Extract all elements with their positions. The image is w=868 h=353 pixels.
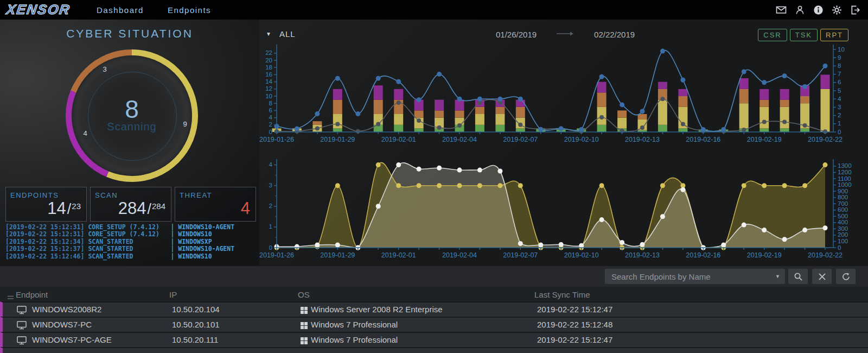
col-last-sync[interactable]: Last Sync Time [534,290,590,299]
endpoint-table-rows: WINDOWS2008R210.50.20.104Windows Server … [0,301,868,353]
nav-items: DashboardEndpoints [97,0,211,20]
gauge-segment-label: 3 [103,65,106,73]
chevron-down-icon[interactable]: ▼ [775,274,780,279]
svg-text:18: 18 [265,64,272,71]
svg-text:4: 4 [269,114,273,121]
cell-os: Windows 7 Professional [311,335,398,344]
svg-text:7: 7 [838,71,841,77]
svg-text:1200: 1200 [838,169,852,175]
stat-box-threat: THREAT4 [175,187,256,222]
cell-os: Windows 7 Professional [311,320,398,329]
stat-value: 14/23 [47,199,81,218]
stat-boxes: ENDPOINTS14/23SCAN284/284THREAT4 [5,187,256,222]
svg-text:2019-02-19: 2019-02-19 [747,251,782,259]
nav-item-dashboard[interactable]: Dashboard [97,5,144,15]
svg-text:10: 10 [838,46,845,53]
svg-text:6: 6 [838,79,841,85]
cyber-situation-panel: CYBER SITUATION 8 Scanning 9 4 3 ENDPOIN… [0,20,259,266]
svg-text:1: 1 [838,120,841,127]
svg-text:400: 400 [838,219,848,225]
user-icon[interactable] [795,5,805,15]
svg-text:6: 6 [269,107,272,114]
svg-text:2019-01-29: 2019-01-29 [320,251,355,259]
clear-button[interactable] [812,269,832,284]
menu-icon[interactable] [8,292,14,302]
svg-text:0: 0 [269,129,272,135]
log-line: [2019-02-22 15:12:31]CORE_SETUP (7.4.12)… [5,231,234,238]
log-line: [2019-02-22 15:12:46]SCAN_STARTED| WINDO… [5,253,234,260]
gauge-segment-label: 9 [183,120,187,128]
stat-label: SCAN [95,191,118,199]
svg-text:2019-02-01: 2019-02-01 [381,251,416,259]
svg-text:0: 0 [269,244,272,251]
stat-label: ENDPOINTS [10,191,59,199]
svg-text:8: 8 [838,62,841,69]
svg-text:12: 12 [265,85,272,92]
cell-ip: 10.50.20.111 [172,335,218,344]
cell-last-sync: 2019-02-22 15:12:47 [537,335,612,344]
logo[interactable]: XENSOR [5,2,72,17]
svg-text:1000: 1000 [838,181,852,188]
search-field-wrap: ▼ [605,269,785,284]
svg-text:9: 9 [838,54,841,61]
table-row[interactable] [0,347,868,353]
windows-icon [301,337,308,344]
svg-text:2019-02-19: 2019-02-19 [747,136,782,143]
event-log: [2019-02-22 15:12:31]CORE_SETUP (7.4.12)… [5,224,234,260]
monitor-icon [17,336,27,345]
svg-text:2019-02-16: 2019-02-16 [686,136,720,143]
svg-text:2: 2 [269,203,272,209]
svg-text:0: 0 [838,244,841,251]
endpoint-table-header: Endpoint IP OS Last Sync Time [0,287,868,301]
cell-last-sync: 2019-02-22 15:12:47 [537,305,612,314]
stat-box-scan: SCAN284/284 [90,187,171,222]
monitor-icon [17,321,27,330]
svg-text:4: 4 [269,161,273,168]
info-icon[interactable] [813,5,824,15]
svg-text:8: 8 [269,100,272,106]
col-os[interactable]: OS [298,290,310,299]
svg-text:700: 700 [838,200,848,207]
nav-item-endpoints[interactable]: Endpoints [168,5,211,15]
svg-text:2: 2 [838,112,841,118]
search-button[interactable] [788,269,808,284]
cell-endpoint: WINDOWS7-PC-AGE [32,335,112,344]
gauge-center-value: 8 [0,94,264,124]
stat-box-endpoints: ENDPOINTS14/23 [5,187,87,222]
log-line: [2019-02-22 15:12:34]SCAN_STARTED| WINDO… [5,238,234,245]
svg-text:2019-01-29: 2019-01-29 [320,136,355,143]
cell-last-sync: 2019-02-22 15:12:48 [537,320,612,329]
svg-text:2019-02-10: 2019-02-10 [564,251,599,259]
refresh-button[interactable] [836,269,856,284]
gauge-segment-label: 4 [83,129,87,137]
svg-text:2019-02-22: 2019-02-22 [808,251,843,259]
gauge-center-label: Scanning [0,121,264,133]
mail-icon[interactable] [776,5,787,15]
svg-text:500: 500 [838,213,848,219]
col-endpoint[interactable]: Endpoint [16,290,48,299]
svg-text:2019-02-10: 2019-02-10 [564,136,599,143]
table-row[interactable]: WINDOWS7-PC10.50.20.101Windows 7 Profess… [0,317,868,332]
cell-endpoint: WINDOWS2008R2 [32,305,101,314]
top-nav: XENSOR DashboardEndpoints [0,0,868,20]
svg-text:2019-02-07: 2019-02-07 [503,136,538,143]
table-row[interactable]: WINDOWS2008R210.50.20.104Windows Server … [0,301,868,317]
logout-icon[interactable] [850,5,860,15]
monitor-icon [17,306,27,314]
svg-text:800: 800 [838,194,848,200]
svg-text:2019-01-26: 2019-01-26 [259,251,294,259]
col-ip[interactable]: IP [169,290,177,299]
gear-icon[interactable] [832,5,842,15]
table-row[interactable]: WINDOWS7-PC-AGE10.50.20.111Windows 7 Pro… [0,332,868,347]
svg-text:2019-02-04: 2019-02-04 [442,251,477,259]
svg-text:2019-02-22: 2019-02-22 [808,136,843,143]
stat-value: 284/284 [118,199,165,218]
bottom-chart: 0123401002003004005006007008009001000110… [259,155,868,264]
svg-text:2019-02-16: 2019-02-16 [686,251,720,259]
stat-value: 4 [241,199,250,218]
svg-text:200: 200 [838,231,848,238]
svg-text:600: 600 [838,206,848,213]
svg-text:0: 0 [838,129,841,135]
svg-text:1: 1 [269,223,272,230]
search-input[interactable] [605,269,785,284]
